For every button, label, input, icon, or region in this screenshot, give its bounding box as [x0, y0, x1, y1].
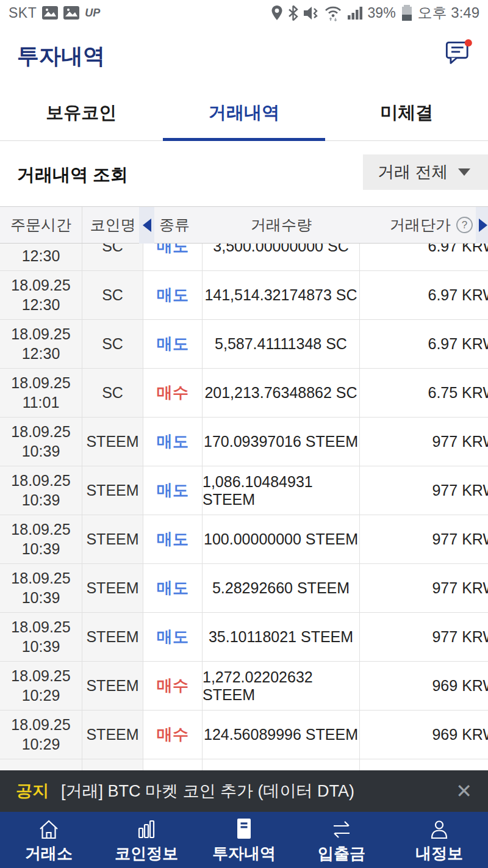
nav-item-deposit-withdraw[interactable]: 입출금 [293, 812, 390, 868]
up-label: UP [85, 7, 100, 20]
order-date: 18.09.25 [11, 715, 70, 734]
cell-trade-quantity: 124.56089996 STEEM [203, 711, 360, 759]
table-row: 18.09.25 11:01 SC 매수 201,213.76348862 SC… [0, 369, 488, 418]
order-date: 18.09.25 [11, 618, 70, 637]
cell-trade-type: 매도 [143, 564, 203, 612]
nav-item-investments[interactable]: 투자내역 [195, 812, 293, 868]
photo-notification-icon [42, 6, 58, 20]
tab-holdings-label: 보유코인 [46, 101, 117, 125]
cell-order-time: 18.09.25 10:39 [0, 418, 82, 466]
cell-trade-price: 977 KRW [360, 564, 488, 612]
col-header-price-label: 거래단가 [390, 215, 451, 235]
nav-item-coin-info[interactable]: 코인정보 [98, 812, 195, 868]
cell-trade-price: 969 KRW [360, 662, 488, 710]
tab-open-orders[interactable]: 미체결 [325, 85, 488, 140]
transfer-arrows-icon [329, 816, 354, 841]
close-icon[interactable]: ✕ [456, 781, 472, 801]
table-row [0, 759, 488, 770]
help-icon[interactable]: ? [456, 217, 473, 233]
cell-trade-quantity: 141,514.32174873 SC [203, 271, 360, 319]
order-time: 11:01 [23, 393, 60, 412]
cell-order-time: 18.09.25 12:30 [0, 271, 82, 319]
col-header-price: 거래단가 ? [360, 207, 488, 243]
table-body: 18.09.25 12:30 SC 매도 3,500.00000000 SC 6… [0, 222, 488, 770]
order-time: 10:29 [22, 735, 60, 754]
document-icon [233, 816, 255, 841]
trade-filter-dropdown[interactable]: 거래 전체 [363, 154, 488, 190]
bottom-nav: 거래소 코인정보 투자내역 입출금 [0, 812, 488, 868]
scroll-right-button[interactable] [476, 207, 488, 244]
cell-trade-price: 977 KRW [360, 466, 488, 515]
order-date: 18.09.25 [11, 471, 70, 490]
cell-trade-type: 매수 [143, 662, 203, 710]
cell-trade-quantity: 201,213.76348862 SC [203, 369, 360, 417]
tab-trade-history[interactable]: 거래내역 [163, 85, 326, 140]
order-date: 18.09.25 [11, 667, 70, 685]
cell-coin-name: STEEM [82, 418, 143, 466]
cell-trade-price: 6.75 KRW [360, 369, 488, 417]
scroll-left-button[interactable] [139, 207, 154, 244]
cell-order-time: 18.09.25 10:39 [0, 564, 82, 612]
order-time: 10:39 [22, 491, 60, 510]
cell-order-time [0, 759, 82, 770]
message-bubble-icon[interactable] [444, 38, 473, 67]
person-icon [428, 816, 450, 841]
cell-coin-name: SC [82, 320, 143, 368]
cell-trade-type: 매도 [143, 271, 203, 319]
order-date: 18.09.25 [11, 422, 70, 441]
cell-coin-name [82, 759, 143, 770]
cell-trade-price: 969 KRW [360, 711, 488, 759]
cell-trade-price: 977 KRW [360, 613, 488, 661]
nav-label: 코인정보 [115, 843, 178, 864]
cell-coin-name: STEEM [82, 564, 143, 612]
cell-trade-price: 6.97 KRW [360, 271, 488, 319]
order-time: 10:29 [22, 686, 60, 705]
nav-item-my-info[interactable]: 내정보 [390, 812, 488, 868]
cell-trade-type: 매도 [143, 466, 203, 515]
tab-holdings[interactable]: 보유코인 [0, 85, 163, 140]
cell-order-time: 18.09.25 10:39 [0, 515, 82, 563]
trade-history-table: 주문시간 코인명 종류 거래수량 거래단가 ? 18.09.25 12:30 S… [0, 206, 488, 770]
battery-percent-label: 39% [368, 5, 396, 21]
location-icon [271, 5, 283, 21]
cell-trade-price: 6.97 KRW [360, 320, 488, 368]
cell-trade-type: 매도 [143, 320, 203, 368]
cell-trade-price: 977 KRW [360, 418, 488, 466]
table-row: 18.09.25 12:30 SC 매도 141,514.32174873 SC… [0, 271, 488, 320]
triangle-right-icon [479, 219, 487, 232]
cell-order-time: 18.09.25 10:29 [0, 662, 82, 710]
cell-trade-quantity: 1,086.10484931 STEEM [203, 466, 360, 515]
order-time: 10:39 [22, 540, 60, 559]
cell-trade-type: 매도 [143, 613, 203, 661]
chart-icon [135, 816, 157, 841]
clock-label: 오후 3:49 [418, 3, 479, 23]
cell-trade-type [143, 759, 203, 770]
nav-item-exchange[interactable]: 거래소 [0, 812, 98, 868]
status-bar: SKT UP 39% 오후 3:49 [0, 0, 488, 26]
tab-open-orders-label: 미체결 [380, 101, 433, 125]
cell-coin-name: STEEM [82, 662, 143, 710]
cell-trade-price: 977 KRW [360, 515, 488, 563]
nav-label: 투자내역 [212, 843, 276, 864]
trade-filter-value: 거래 전체 [378, 161, 448, 183]
table-row: 18.09.25 10:39 STEEM 매도 35.10118021 STEE… [0, 613, 488, 662]
tab-trade-history-label: 거래내역 [209, 101, 279, 125]
col-header-order-time: 주문시간 [0, 207, 82, 243]
cell-coin-name: STEEM [82, 613, 143, 661]
table-row: 18.09.25 10:29 STEEM 매수 1,272.02202632 S… [0, 662, 488, 711]
home-icon [37, 816, 60, 841]
order-time: 10:39 [22, 442, 60, 461]
notice-bar: 공지 [거래] BTC 마켓 코인 추가 (데이터 DTA) ✕ [0, 770, 488, 812]
col-header-quantity: 거래수량 [203, 207, 360, 243]
notice-badge: 공지 [16, 780, 49, 802]
page-title: 투자내역 [17, 42, 105, 71]
mute-vibrate-icon [303, 5, 319, 21]
cell-trade-quantity: 1,272.02202632 STEEM [203, 662, 360, 710]
cell-order-time: 18.09.25 10:39 [0, 613, 82, 661]
order-date: 18.09.25 [11, 325, 70, 344]
nav-label: 입출금 [318, 843, 365, 864]
photo-notification-icon [63, 6, 79, 20]
col-header-coin: 코인명 [82, 207, 143, 243]
cell-order-time: 18.09.25 10:29 [0, 711, 82, 759]
battery-icon [401, 4, 413, 21]
